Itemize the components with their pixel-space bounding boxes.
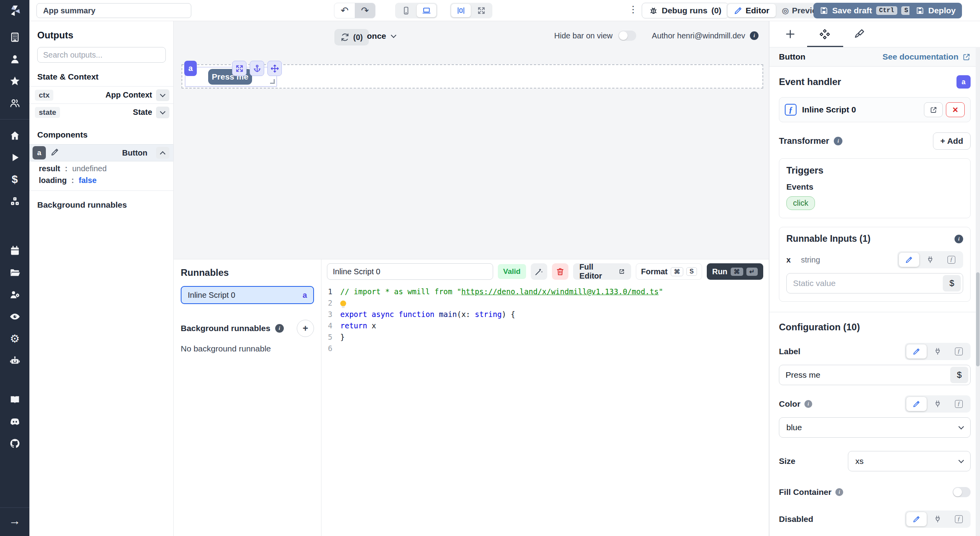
desktop-view-button[interactable]	[417, 4, 436, 17]
state-expand-button[interactable]	[156, 107, 169, 118]
add-background-runnable-button[interactable]: +	[297, 320, 314, 337]
editor-tab[interactable]: Editor	[728, 4, 776, 17]
result-row[interactable]: result:undefined	[29, 161, 173, 173]
folders-icon[interactable]	[9, 267, 21, 279]
fullwidth-layout-button[interactable]	[472, 4, 491, 17]
state-row[interactable]: state State	[29, 103, 173, 121]
inline-script-item[interactable]: Inline Script 0 a	[181, 286, 314, 304]
static-mode-button[interactable]	[906, 512, 927, 526]
search-outputs-input[interactable]	[37, 47, 166, 63]
recompute-button[interactable]: (0)	[334, 29, 369, 45]
collapse-arrow-icon[interactable]: →	[9, 515, 21, 527]
app-summary-input[interactable]	[36, 3, 191, 18]
chevron-down-icon	[160, 109, 165, 114]
styling-tab[interactable]	[853, 28, 865, 40]
home-icon[interactable]	[9, 130, 21, 141]
info-icon[interactable]: i	[804, 400, 812, 408]
github-icon[interactable]	[9, 438, 21, 449]
fill-container-toggle[interactable]	[953, 487, 971, 497]
groups-icon[interactable]	[9, 97, 21, 109]
ctx-expand-button[interactable]	[156, 89, 169, 101]
chevron-down-icon	[160, 91, 165, 97]
docs-book-icon[interactable]	[9, 394, 21, 406]
component-collapse-button[interactable]	[156, 147, 169, 159]
undo-button[interactable]: ↶	[334, 3, 355, 18]
eval-mode-button[interactable]: ƒ	[949, 344, 969, 359]
add-transformer-button[interactable]: + Add	[933, 132, 971, 150]
center-layout-button[interactable]	[451, 4, 471, 17]
static-mode-button[interactable]	[899, 253, 919, 267]
scrollbar-thumb[interactable]	[976, 272, 980, 366]
loading-row[interactable]: loading:false	[29, 173, 173, 185]
plug-icon	[934, 400, 942, 408]
info-icon[interactable]: i	[835, 488, 843, 496]
see-documentation-link[interactable]: See documentation	[882, 52, 971, 62]
insert-component-tab[interactable]	[784, 28, 796, 40]
settings-gear-icon[interactable]: ⚙	[9, 333, 21, 344]
recompute-mode-select[interactable]: once	[367, 31, 396, 41]
panel-scrollbar[interactable]	[976, 47, 980, 536]
size-select[interactable]: xs	[848, 451, 971, 471]
redo-button[interactable]: ↷	[355, 3, 375, 18]
discord-icon[interactable]	[9, 416, 21, 427]
connect-mode-button[interactable]	[920, 253, 940, 267]
eval-mode-button[interactable]: ƒ	[949, 397, 969, 411]
connect-mode-button[interactable]	[927, 397, 948, 411]
more-menu-icon[interactable]: ⋮	[628, 4, 638, 15]
author-info-icon[interactable]: i	[750, 31, 759, 40]
workers-users-cog-icon[interactable]	[9, 289, 21, 301]
ai-wand-button[interactable]	[531, 263, 547, 280]
resources-boxes-icon[interactable]	[9, 196, 21, 207]
debug-runs-button[interactable]: Debug runs(0)	[642, 3, 729, 18]
app-canvas[interactable]: (0) once Hide bar on view Author henri@w…	[174, 21, 769, 259]
move-component-button[interactable]	[267, 61, 282, 76]
color-select[interactable]: blue	[779, 417, 971, 438]
eval-mode-button[interactable]: ƒ	[949, 512, 969, 526]
connect-mode-button[interactable]	[927, 512, 948, 526]
workspace-icon[interactable]	[9, 31, 21, 43]
remove-script-button[interactable]: ✕	[946, 102, 965, 117]
template-dollar-button[interactable]: $	[943, 275, 961, 292]
info-icon[interactable]: i	[834, 137, 842, 145]
info-icon[interactable]: i	[275, 324, 284, 333]
deploy-button[interactable]: Deploy	[909, 3, 962, 18]
user-icon[interactable]	[9, 53, 21, 65]
eval-mode-button[interactable]: ƒ	[941, 253, 962, 267]
delete-script-button[interactable]	[552, 263, 568, 280]
external-link-icon	[930, 106, 937, 114]
schedules-calendar-icon[interactable]	[9, 245, 21, 257]
event-handler-script-card[interactable]: ƒ Inline Script 0 ✕	[779, 97, 971, 122]
component-settings-tab[interactable]	[819, 28, 831, 40]
hide-bar-toggle[interactable]	[618, 31, 636, 41]
info-icon[interactable]: i	[955, 235, 963, 243]
favorites-star-icon[interactable]	[9, 75, 21, 87]
resize-handle[interactable]	[270, 79, 275, 84]
active-tab-underline	[807, 46, 843, 47]
save-draft-button[interactable]: Save draft Ctrl S	[813, 3, 918, 18]
top-toolbar: ↶ ↷ ⋮ Debug runs(0) Editor ◎ Preview Sav…	[29, 0, 980, 21]
static-mode-button[interactable]	[906, 344, 927, 359]
code-lines[interactable]: 1// import * as wmill from "https://deno…	[321, 286, 769, 354]
windmill-logo[interactable]	[0, 0, 29, 21]
open-script-button[interactable]	[924, 102, 943, 117]
expand-component-button[interactable]	[232, 61, 247, 76]
edit-id-icon[interactable]	[51, 148, 59, 158]
format-button[interactable]: Format ⌘ S	[636, 263, 702, 280]
runnable-component-badge: a	[303, 291, 307, 300]
script-name-input[interactable]	[327, 263, 493, 280]
ctx-row[interactable]: ctx App Context	[29, 86, 173, 103]
component-a-row[interactable]: a Button	[29, 144, 173, 161]
label-value-input[interactable]	[786, 370, 950, 380]
full-editor-button[interactable]: Full Editor	[573, 263, 631, 280]
variables-dollar-icon[interactable]: $	[9, 174, 21, 185]
template-dollar-button[interactable]: $	[950, 367, 968, 383]
audit-eye-icon[interactable]	[9, 311, 21, 322]
anchor-component-button[interactable]	[250, 61, 264, 76]
connect-mode-button[interactable]	[927, 344, 948, 359]
runs-play-icon[interactable]	[9, 152, 21, 163]
mobile-view-button[interactable]	[396, 4, 416, 17]
run-button[interactable]: Run ⌘ ↵	[707, 263, 763, 280]
static-value-input[interactable]	[793, 279, 943, 288]
static-mode-button[interactable]	[906, 397, 927, 411]
ai-robot-icon[interactable]	[9, 355, 21, 366]
